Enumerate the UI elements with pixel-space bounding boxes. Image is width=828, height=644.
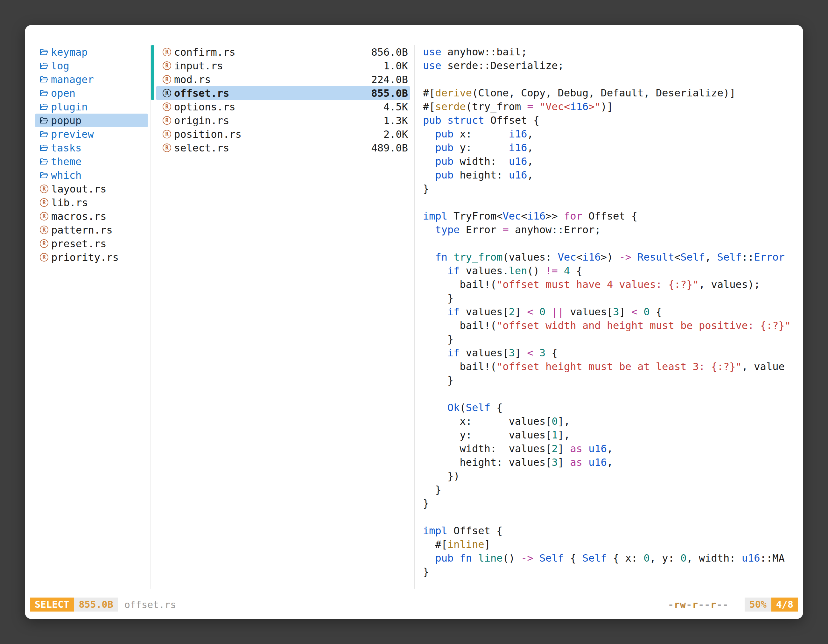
sidebar-item-label: keymap <box>51 46 88 58</box>
code-line: } <box>423 373 793 387</box>
rust-file-icon: R <box>40 212 49 221</box>
file-name: input.rs <box>174 60 223 72</box>
code-line: } <box>423 332 793 346</box>
code-lines: use anyhow::bail;use serde::Deserialize;… <box>423 45 793 579</box>
code-line: impl Offset { <box>423 524 793 538</box>
files-pane: Rconfirm.rs856.0BRinput.rs1.0KRmod.rs224… <box>151 45 414 589</box>
file-name: options.rs <box>174 101 235 113</box>
code-line: } <box>423 565 793 579</box>
folder-icon <box>40 63 48 69</box>
code-line <box>423 237 793 251</box>
sidebar-item-lib-rs[interactable]: Rlib.rs <box>35 196 147 209</box>
file-size: 1.0K <box>383 60 408 72</box>
sidebar-item-which[interactable]: which <box>35 168 147 182</box>
sidebar-item-label: pattern.rs <box>51 224 113 236</box>
status-filename: offset.rs <box>124 599 176 610</box>
file-name: offset.rs <box>174 87 229 99</box>
sidebar-item-preview[interactable]: preview <box>35 127 147 141</box>
code-line: #[derive(Clone, Copy, Debug, Default, De… <box>423 86 793 100</box>
file-row-offset-rs[interactable]: Roffset.rs855.0B <box>156 86 410 100</box>
sidebar-pane: keymaplogmanageropenpluginpopuppreviewta… <box>35 45 151 589</box>
panes: keymaplogmanageropenpluginpopuppreviewta… <box>35 45 801 589</box>
sidebar-item-label: preset.rs <box>51 238 106 250</box>
file-size: 224.0B <box>371 74 408 86</box>
sidebar-item-label: which <box>51 169 82 181</box>
sidebar-item-plugin[interactable]: plugin <box>35 100 147 114</box>
sidebar-item-tasks[interactable]: tasks <box>35 141 147 155</box>
rust-file-icon: R <box>40 253 49 262</box>
sidebar-item-layout-rs[interactable]: Rlayout.rs <box>35 182 147 196</box>
file-name: origin.rs <box>174 114 229 127</box>
file-size: 4.5K <box>383 101 408 113</box>
sidebar-item-label: priority.rs <box>51 251 119 263</box>
sidebar-item-pattern-rs[interactable]: Rpattern.rs <box>35 223 147 237</box>
sidebar-item-preset-rs[interactable]: Rpreset.rs <box>35 237 147 251</box>
code-line: pub y: i16, <box>423 141 793 155</box>
sidebar-item-label: plugin <box>51 101 88 113</box>
sidebar-item-label: macros.rs <box>51 210 106 223</box>
code-line: height: values[3] as u16, <box>423 456 793 469</box>
code-line: Ok(Self { <box>423 401 793 415</box>
sidebar-item-label: log <box>51 60 69 72</box>
sidebar-item-popup[interactable]: popup <box>35 114 147 127</box>
sidebar-item-label: theme <box>51 155 82 168</box>
rust-file-icon: R <box>163 48 171 56</box>
sidebar-item-theme[interactable]: theme <box>35 155 147 168</box>
rust-file-icon: R <box>40 239 49 248</box>
file-row-origin-rs[interactable]: Rorigin.rs1.3K <box>156 114 410 127</box>
code-line: bail!("offset height must be at least 3:… <box>423 360 793 373</box>
file-manager-window: keymaplogmanageropenpluginpopuppreviewta… <box>25 25 803 619</box>
code-line: }) <box>423 469 793 483</box>
sidebar-item-macros-rs[interactable]: Rmacros.rs <box>35 209 147 223</box>
mode-badge: SELECT <box>30 597 74 611</box>
file-row-confirm-rs[interactable]: Rconfirm.rs856.0B <box>156 45 410 59</box>
rust-file-icon: R <box>163 144 171 152</box>
code-line: width: values[2] as u16, <box>423 442 793 456</box>
preview-pane: use anyhow::bail;use serde::Deserialize;… <box>414 45 801 589</box>
code-line: type Error = anyhow::Error; <box>423 223 793 237</box>
file-list: Rconfirm.rs856.0BRinput.rs1.0KRmod.rs224… <box>151 45 414 155</box>
code-line: y: values[1], <box>423 428 793 442</box>
percent-chip: 50% <box>745 597 772 611</box>
code-line: use serde::Deserialize; <box>423 59 793 72</box>
sidebar-item-label: open <box>51 87 75 99</box>
sidebar-item-manager[interactable]: manager <box>35 72 147 86</box>
sidebar-item-priority-rs[interactable]: Rpriority.rs <box>35 251 147 264</box>
folder-icon <box>40 117 48 124</box>
file-row-options-rs[interactable]: Roptions.rs4.5K <box>156 100 410 114</box>
folder-icon <box>40 144 48 152</box>
code-line <box>423 387 793 401</box>
code-line: if values[2] < 0 || values[3] < 0 { <box>423 305 793 319</box>
rust-file-icon: R <box>163 89 171 97</box>
folder-icon <box>40 103 48 110</box>
rust-file-icon: R <box>163 61 171 70</box>
code-line: if values.len() != 4 { <box>423 264 793 278</box>
folder-icon <box>40 131 48 138</box>
sidebar-item-keymap[interactable]: keymap <box>35 45 147 59</box>
code-line: } <box>423 497 793 510</box>
file-name: confirm.rs <box>174 46 235 58</box>
rust-file-icon: R <box>163 75 171 84</box>
sidebar-item-label: tasks <box>51 142 82 154</box>
file-row-mod-rs[interactable]: Rmod.rs224.0B <box>156 72 410 86</box>
file-row-position-rs[interactable]: Rposition.rs2.0K <box>156 127 410 141</box>
code-line: } <box>423 182 793 196</box>
position-badge: 4/8 <box>772 597 798 611</box>
rust-file-icon: R <box>40 198 49 207</box>
folder-icon <box>40 49 48 56</box>
code-line: pub struct Offset { <box>423 114 793 127</box>
code-line: impl TryFrom<Vec<i16>> for Offset { <box>423 209 793 223</box>
file-size: 856.0B <box>371 46 408 58</box>
sidebar-item-log[interactable]: log <box>35 59 147 72</box>
rust-file-icon: R <box>40 185 49 193</box>
rust-file-icon: R <box>40 226 49 234</box>
file-row-input-rs[interactable]: Rinput.rs1.0K <box>156 59 410 72</box>
sidebar-item-label: preview <box>51 128 94 140</box>
file-name: position.rs <box>174 128 242 140</box>
file-row-select-rs[interactable]: Rselect.rs489.0B <box>156 141 410 155</box>
folder-icon <box>40 90 48 97</box>
sidebar-item-open[interactable]: open <box>35 86 147 100</box>
sidebar-item-label: popup <box>51 114 82 127</box>
code-line: x: values[0], <box>423 415 793 428</box>
file-name: select.rs <box>174 142 229 154</box>
